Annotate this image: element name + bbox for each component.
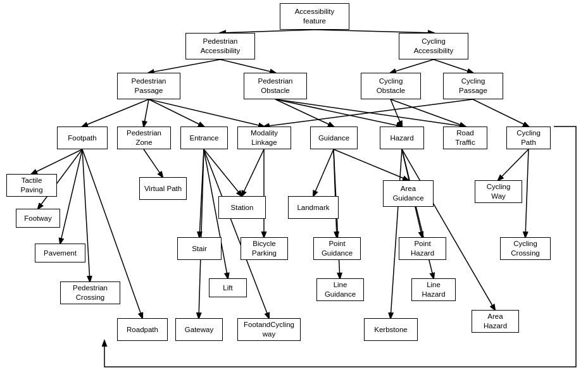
road-traffic-node: Road Traffic (443, 127, 487, 149)
tactile-paving-node: Tactile Paving (6, 174, 57, 197)
hazard-node: Hazard (380, 127, 424, 149)
svg-line-4 (391, 59, 434, 73)
virtual-path-node: Virtual Path (139, 177, 187, 200)
pavement-node: Pavement (35, 244, 85, 262)
svg-line-40 (554, 127, 576, 253)
svg-line-32 (334, 149, 337, 237)
svg-line-39 (525, 149, 529, 237)
line-guidance-node: Line Guidance (316, 278, 364, 301)
svg-line-11 (275, 99, 402, 127)
svg-line-9 (149, 99, 264, 127)
svg-line-16 (264, 99, 473, 127)
footpath-node: Footpath (57, 127, 108, 149)
modality-linkage-node: Modality Linkage (237, 127, 291, 149)
svg-line-26 (199, 149, 204, 318)
pedestrian-obstacle-node: Pedestrian Obstacle (244, 73, 307, 99)
svg-line-12 (275, 99, 465, 127)
footway-node: Footway (16, 209, 60, 228)
stair-node: Stair (177, 237, 222, 260)
area-guidance-node: Area Guidance (383, 180, 434, 207)
lift-node: Lift (209, 278, 247, 297)
svg-line-30 (313, 149, 334, 196)
pedestrian-crossing-node: Pedestrian Crossing (60, 281, 120, 304)
entrance-node: Entrance (180, 127, 228, 149)
svg-line-28 (242, 149, 264, 196)
point-hazard-node: Point Hazard (399, 237, 446, 260)
svg-line-23 (204, 149, 242, 196)
pedestrian-passage-node: Pedestrian Passage (117, 73, 180, 99)
svg-line-14 (391, 99, 465, 127)
area-hazard-node: Area Hazard (472, 310, 519, 333)
pedestrian-accessibility-node: Pedestrian Accessibility (185, 33, 255, 59)
svg-line-3 (220, 59, 275, 73)
svg-line-31 (334, 149, 408, 180)
svg-line-7 (144, 99, 149, 127)
cycling-way-node: Cycling Way (475, 180, 522, 203)
guidance-node: Guidance (310, 127, 358, 149)
svg-line-8 (149, 99, 204, 127)
svg-line-22 (144, 149, 163, 177)
kerbstone-node: Kerbstone (364, 318, 418, 341)
svg-line-38 (498, 149, 529, 180)
landmark-node: Landmark (288, 196, 339, 219)
svg-line-19 (60, 149, 82, 244)
cycling-obstacle-node: Cycling Obstacle (361, 73, 421, 99)
svg-line-24 (199, 149, 204, 237)
foot-cycling-way-node: FootandCycling way (237, 318, 301, 341)
svg-line-13 (391, 99, 402, 127)
diagram-container: Accessibility featurePedestrian Accessib… (0, 0, 588, 389)
cycling-accessibility-node: Cycling Accessibility (399, 33, 468, 59)
line-hazard-node: Line Hazard (411, 278, 456, 301)
svg-line-15 (473, 99, 529, 127)
svg-line-6 (82, 99, 149, 127)
point-guidance-node: Point Guidance (313, 237, 361, 260)
svg-line-10 (275, 99, 334, 127)
cycling-crossing-node: Cycling Crossing (500, 237, 551, 260)
roadpath-node: Roadpath (117, 318, 168, 341)
gateway-node: Gateway (175, 318, 223, 341)
svg-line-36 (391, 149, 402, 318)
pedestrian-zone-node: Pedestrian Zone (117, 127, 171, 149)
svg-line-2 (149, 59, 220, 73)
bicycle-parking-node: Bicycle Parking (241, 237, 288, 260)
accessibility-feature-node: Accessibility feature (280, 3, 349, 30)
station-node: Station (218, 196, 266, 219)
svg-line-5 (434, 59, 473, 73)
cycling-passage-node: Cycling Passage (443, 73, 503, 99)
svg-line-17 (32, 149, 82, 174)
cycling-path-node: Cycling Path (506, 127, 551, 149)
